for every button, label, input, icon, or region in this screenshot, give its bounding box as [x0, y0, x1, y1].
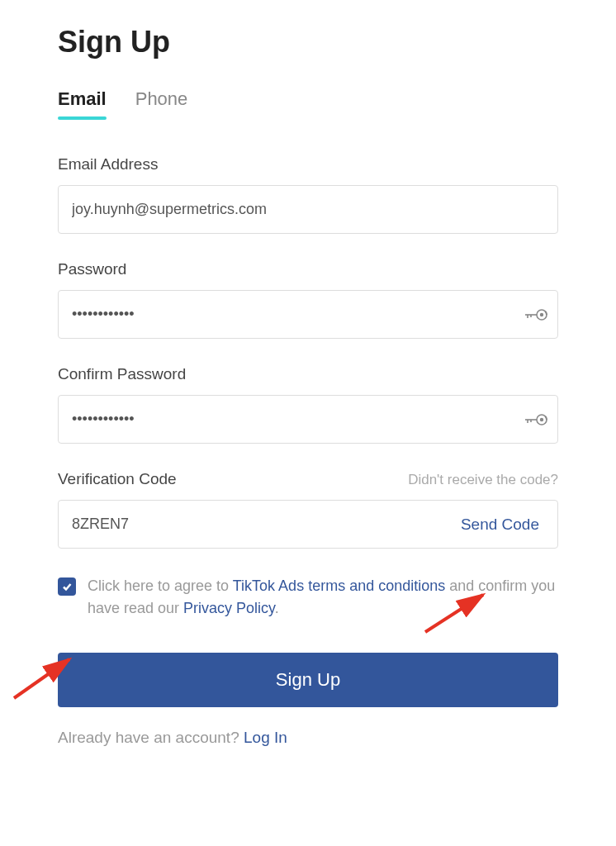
login-link[interactable]: Log In — [244, 729, 287, 746]
terms-link[interactable]: TikTok Ads terms and conditions — [233, 577, 445, 594]
auth-tabs: Email Phone — [58, 88, 558, 118]
svg-point-4 — [540, 312, 543, 316]
confirm-password-input[interactable] — [58, 395, 558, 444]
password-input[interactable] — [58, 290, 558, 339]
verification-label: Verification Code — [58, 470, 177, 488]
agree-row: Click here to agree to TikTok Ads terms … — [58, 575, 558, 620]
password-label: Password — [58, 260, 558, 278]
verification-input[interactable] — [59, 501, 443, 548]
agree-checkbox[interactable] — [58, 577, 76, 596]
page-title: Sign Up — [58, 25, 558, 59]
login-row: Already have an account? Log In — [58, 729, 558, 747]
key-icon — [524, 306, 548, 324]
email-input[interactable] — [58, 185, 558, 234]
check-icon — [62, 582, 72, 592]
verification-field-group: Verification Code Didn't receive the cod… — [58, 470, 558, 549]
confirm-password-label: Confirm Password — [58, 365, 558, 383]
key-icon — [524, 411, 548, 429]
tab-phone[interactable]: Phone — [135, 88, 188, 118]
agree-prefix: Click here to agree to — [88, 577, 233, 594]
tab-email[interactable]: Email — [58, 88, 107, 118]
login-prefix: Already have an account? — [58, 729, 244, 746]
resend-hint[interactable]: Didn't receive the code? — [408, 472, 558, 488]
signup-button[interactable]: Sign Up — [58, 653, 558, 707]
privacy-policy-link[interactable]: Privacy Policy — [183, 600, 275, 616]
svg-point-9 — [540, 417, 543, 421]
email-label: Email Address — [58, 155, 558, 173]
agree-suffix: . — [275, 600, 279, 616]
send-code-button[interactable]: Send Code — [443, 501, 557, 548]
email-field-group: Email Address — [58, 155, 558, 234]
confirm-password-field-group: Confirm Password — [58, 365, 558, 444]
agree-text: Click here to agree to TikTok Ads terms … — [88, 575, 558, 620]
password-field-group: Password — [58, 260, 558, 339]
